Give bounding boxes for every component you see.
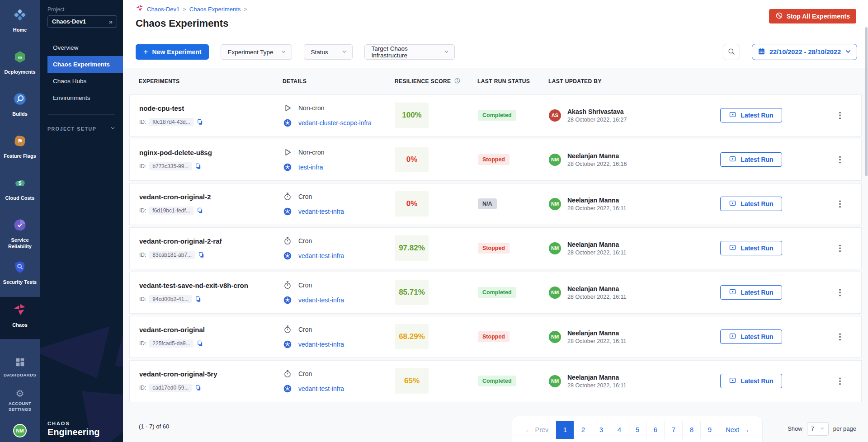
schedule-type: Cron bbox=[298, 282, 312, 289]
breadcrumb-project[interactable]: Chaos-Dev1 bbox=[147, 6, 179, 13]
infrastructure-link[interactable]: vedant-test-infra bbox=[298, 341, 344, 348]
project-label: Project bbox=[47, 6, 123, 13]
experiment-cell: node-cpu-test ID: f0c187d4-43d... bbox=[139, 104, 283, 126]
copy-id-button[interactable] bbox=[197, 340, 203, 347]
kubernetes-infra-icon bbox=[283, 163, 292, 172]
row-menu-button[interactable]: ⋮ bbox=[831, 197, 849, 211]
filter-target-infrastructure[interactable]: Target Chaos Infrastructure bbox=[364, 44, 455, 60]
experiment-name[interactable]: vedant-cron-original-2 bbox=[139, 193, 283, 201]
project-setup-toggle[interactable]: PROJECT SETUP bbox=[47, 126, 115, 132]
per-page-select[interactable]: 7 bbox=[807, 422, 829, 436]
pagination-page-2[interactable]: 2 bbox=[574, 421, 592, 439]
expand-panel-icon[interactable]: » bbox=[109, 18, 113, 25]
row-menu-button[interactable]: ⋮ bbox=[831, 108, 849, 122]
breadcrumb-experiments[interactable]: Chaos Experiments bbox=[189, 6, 241, 13]
latest-run-button[interactable]: Latest Run bbox=[720, 241, 782, 255]
pagination-page-5[interactable]: 5 bbox=[628, 421, 646, 439]
resilience-score-value: 65% bbox=[395, 368, 429, 394]
pagination-bar: (1 - 7) of 60 ← Prev 123456789 Next → Sh… bbox=[123, 402, 868, 442]
copy-id-button[interactable] bbox=[197, 118, 203, 126]
row-menu-button[interactable]: ⋮ bbox=[831, 374, 849, 388]
pagination-page-1[interactable]: 1 bbox=[556, 421, 574, 439]
latest-run-button[interactable]: Latest Run bbox=[720, 329, 782, 344]
nav-module-cloud-costs[interactable]: $ Cloud Costs bbox=[0, 171, 40, 213]
copy-id-button[interactable] bbox=[197, 207, 203, 214]
nav-module-deployments[interactable]: ∞ Deployments bbox=[0, 45, 40, 87]
infrastructure-link[interactable]: vedant-test-infra bbox=[298, 208, 344, 215]
nav-module-home[interactable]: Home bbox=[0, 3, 40, 45]
row-menu-button[interactable]: ⋮ bbox=[831, 330, 849, 343]
schedule-type: Non-cron bbox=[298, 149, 325, 156]
date-range-picker[interactable]: 22/10/2022 - 28/10/2022 bbox=[752, 44, 857, 60]
resilience-score-cell: 85.71% bbox=[395, 280, 478, 305]
row-menu-button[interactable]: ⋮ bbox=[831, 241, 849, 255]
pagination-page-4[interactable]: 4 bbox=[610, 421, 628, 439]
project-selector[interactable]: Chaos-Dev1 » bbox=[47, 15, 117, 28]
row-menu-button[interactable]: ⋮ bbox=[831, 153, 849, 166]
copy-id-button[interactable] bbox=[198, 251, 205, 259]
pagination-prev-button[interactable]: ← Prev bbox=[518, 421, 556, 439]
menu-item-overview[interactable]: Overview bbox=[47, 39, 123, 56]
experiment-name[interactable]: vedant-cron-original-2-raf bbox=[139, 237, 283, 245]
latest-run-button[interactable]: Latest Run bbox=[720, 374, 782, 388]
info-icon[interactable] bbox=[454, 77, 461, 85]
copy-id-button[interactable] bbox=[195, 384, 202, 391]
menu-item-environments[interactable]: Environments bbox=[47, 89, 123, 106]
copy-id-button[interactable] bbox=[195, 296, 202, 303]
experiment-name[interactable]: vedant-test-save-nd-exit-v8h-cron bbox=[139, 282, 283, 289]
menu-item-chaos-experiments[interactable]: Chaos Experiments bbox=[47, 56, 123, 73]
action-cell: Latest Run bbox=[720, 241, 831, 255]
last-updated-by-cell: NM Neelanjan Manna 28 October 2022, 16:1… bbox=[549, 374, 720, 389]
user-avatar[interactable]: NM bbox=[13, 424, 27, 437]
rail-bottom-group: DASHBOARDS ⚙ ACCOUNT SETTINGS NM bbox=[0, 351, 40, 442]
row-menu-button[interactable]: ⋮ bbox=[831, 286, 849, 299]
svg-text:$: $ bbox=[19, 180, 22, 186]
updated-by-name: Neelanjan Manna bbox=[567, 197, 626, 204]
new-experiment-button[interactable]: + New Experiment bbox=[136, 44, 209, 60]
table-row: vedant-cron-original-2-raf ID: 83cab181-… bbox=[129, 227, 862, 269]
latest-run-button[interactable]: Latest Run bbox=[720, 197, 782, 211]
stop-all-experiments-button[interactable]: Stop All Experiments bbox=[769, 9, 856, 24]
latest-run-button[interactable]: Latest Run bbox=[720, 108, 782, 122]
copy-id-button[interactable] bbox=[195, 163, 202, 170]
filter-status[interactable]: Status bbox=[304, 44, 353, 60]
experiment-name[interactable]: node-cpu-test bbox=[139, 104, 283, 112]
experiment-cell: vedant-cron-original-2 ID: f6d19bc1-fedf… bbox=[139, 193, 283, 215]
nav-module-feature-flags[interactable]: ⚑ Feature Flags bbox=[0, 129, 40, 171]
avatar: NM bbox=[549, 287, 561, 299]
pagination-page-3[interactable]: 3 bbox=[592, 421, 610, 439]
nav-module-service-reliability[interactable]: Service Reliability bbox=[0, 213, 40, 255]
experiment-cell: nginx-pod-delete-u8sg ID: b773c335-99... bbox=[139, 149, 283, 170]
experiment-name[interactable]: vedant-cron-original bbox=[139, 326, 283, 334]
infrastructure-link[interactable]: vedant-test-infra bbox=[298, 385, 344, 392]
table-row: vedant-test-save-nd-exit-v8h-cron ID: 94… bbox=[129, 272, 862, 314]
vertical-scrollbar[interactable] bbox=[865, 27, 868, 176]
search-button[interactable] bbox=[723, 44, 740, 60]
pagination-page-6[interactable]: 6 bbox=[646, 421, 664, 439]
nav-module-security-tests[interactable]: Security Tests bbox=[0, 255, 40, 297]
resilience-score-cell: 0% bbox=[395, 147, 478, 172]
nav-module-chaos[interactable]: Chaos bbox=[0, 297, 40, 339]
arrow-left-icon: ← bbox=[525, 426, 532, 433]
nav-account-settings[interactable]: ⚙ ACCOUNT SETTINGS bbox=[0, 383, 40, 418]
latest-run-button[interactable]: Latest Run bbox=[720, 152, 782, 167]
pagination-page-9[interactable]: 9 bbox=[700, 421, 718, 439]
menu-item-chaos-hubs[interactable]: Chaos Hubs bbox=[47, 73, 123, 89]
main-content: Chaos-Dev1 > Chaos Experiments > Chaos E… bbox=[123, 0, 868, 442]
infrastructure-link[interactable]: test-infra bbox=[298, 164, 323, 171]
filter-experiment-type[interactable]: Experiment Type bbox=[221, 44, 292, 60]
nav-module-builds[interactable]: Builds bbox=[0, 87, 40, 129]
nav-dashboards[interactable]: DASHBOARDS bbox=[0, 351, 40, 383]
pagination-page-7[interactable]: 7 bbox=[664, 421, 682, 439]
experiment-name[interactable]: vedant-cron-original-5ry bbox=[139, 370, 283, 378]
infrastructure-link[interactable]: vedant-test-infra bbox=[298, 296, 344, 304]
play-icon bbox=[283, 103, 292, 113]
pagination-next-button[interactable]: Next → bbox=[718, 421, 756, 439]
infrastructure-link[interactable]: vedant-cluster-scope-infra bbox=[298, 119, 372, 127]
resilience-score-value: 85.71% bbox=[395, 280, 429, 305]
pagination-page-8[interactable]: 8 bbox=[682, 421, 700, 439]
latest-run-button[interactable]: Latest Run bbox=[720, 285, 782, 300]
experiment-name[interactable]: nginx-pod-delete-u8sg bbox=[139, 149, 283, 156]
table-row: vedant-cron-original ID: 225fcad5-da9...… bbox=[129, 316, 862, 358]
infrastructure-link[interactable]: vedant-test-infra bbox=[298, 252, 344, 259]
